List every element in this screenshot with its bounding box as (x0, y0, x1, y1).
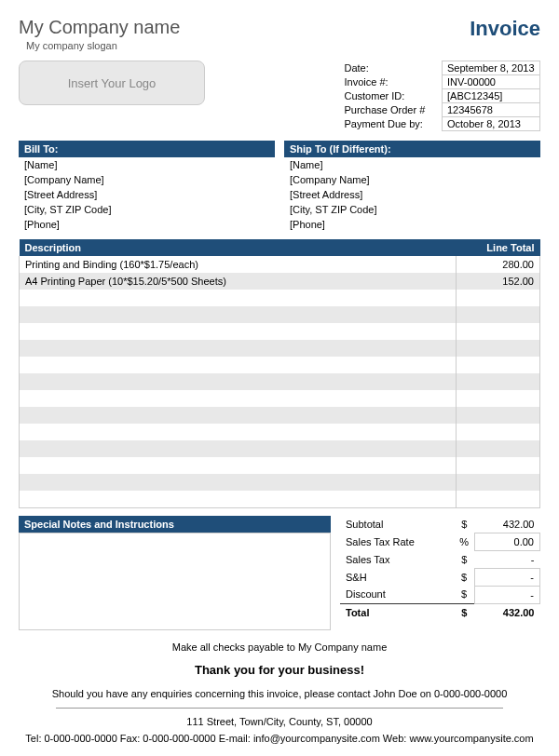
bill-to-name[interactable]: [Name] (19, 157, 275, 172)
discount-val[interactable]: - (475, 586, 540, 603)
invoice-title: Invoice (470, 17, 540, 41)
item-desc[interactable]: A4 Printing Paper (10*$15.20/5*500 Sheet… (20, 273, 457, 290)
meta-date-label: Date: (340, 61, 443, 75)
item-total[interactable] (457, 474, 540, 491)
bill-to-section: Bill To: [Name] [Company Name] [Street A… (19, 141, 275, 232)
item-desc[interactable] (20, 290, 457, 306)
meta-date-value[interactable]: September 8, 2013 (443, 61, 540, 75)
item-total[interactable] (457, 323, 540, 340)
ship-to-street[interactable]: [Street Address] (284, 187, 540, 202)
meta-due-value[interactable]: October 8, 2013 (443, 117, 540, 131)
invoice-meta: Date:September 8, 2013 Invoice #:INV-000… (340, 61, 541, 131)
logo-placeholder[interactable]: Insert Your Logo (19, 61, 205, 105)
item-total[interactable]: 280.00 (457, 256, 540, 273)
taxrate-val[interactable]: 0.00 (475, 533, 540, 550)
bill-to-street[interactable]: [Street Address] (19, 187, 275, 202)
notes-box[interactable] (19, 533, 331, 630)
sh-val[interactable]: - (475, 568, 540, 586)
tax-label: Sales Tax (340, 550, 454, 568)
item-desc[interactable] (20, 457, 457, 474)
ship-to-company[interactable]: [Company Name] (284, 172, 540, 187)
discount-label: Discount (340, 586, 454, 603)
meta-customer-value[interactable]: [ABC12345] (443, 89, 540, 103)
item-desc[interactable] (20, 390, 457, 407)
item-total[interactable] (457, 424, 540, 440)
taxrate-label: Sales Tax Rate (340, 533, 454, 550)
sh-label: S&H (340, 568, 454, 586)
bill-to-header: Bill To: (19, 141, 275, 157)
item-desc[interactable] (20, 491, 457, 507)
company-name: My Company name (19, 17, 180, 38)
ship-to-header: Ship To (If Different): (284, 141, 540, 157)
item-desc[interactable] (20, 474, 457, 491)
item-total[interactable] (457, 290, 540, 306)
bill-to-citystate[interactable]: [City, ST ZIP Code] (19, 202, 275, 217)
bill-to-phone[interactable]: [Phone] (19, 217, 275, 232)
item-desc[interactable] (20, 306, 457, 323)
item-desc[interactable] (20, 440, 457, 457)
col-line-total: Line Total (457, 239, 540, 256)
ship-to-section: Ship To (If Different): [Name] [Company … (284, 141, 540, 232)
item-total[interactable] (457, 306, 540, 323)
item-total[interactable] (457, 491, 540, 507)
item-total[interactable] (457, 340, 540, 357)
footer-address: 111 Street, Town/City, County, ST, 00000 (19, 714, 540, 731)
ship-to-name[interactable]: [Name] (284, 157, 540, 172)
ship-to-citystate[interactable]: [City, ST ZIP Code] (284, 202, 540, 217)
footer-enquiry: Should you have any enquiries concerning… (19, 686, 540, 703)
footer-contact: Tel: 0-000-000-0000 Fax: 0-000-000-0000 … (19, 731, 540, 748)
bill-to-company[interactable]: [Company Name] (19, 172, 275, 187)
meta-invoice-value[interactable]: INV-00000 (443, 75, 540, 89)
item-total[interactable] (457, 440, 540, 457)
subtotal-sym: $ (454, 516, 474, 533)
item-desc[interactable] (20, 340, 457, 357)
item-total[interactable] (457, 357, 540, 373)
meta-due-label: Payment Due by: (340, 117, 443, 131)
item-desc[interactable] (20, 373, 457, 390)
company-slogan: My company slogan (26, 40, 180, 51)
col-description: Description (20, 239, 457, 256)
item-desc[interactable]: Printing and Binding (160*$1.75/each) (20, 256, 457, 273)
item-total[interactable] (457, 457, 540, 474)
tax-sym: $ (454, 550, 474, 568)
footer-payable: Make all checks payable to My Company na… (19, 640, 540, 656)
tax-val: - (475, 550, 540, 568)
meta-po-value[interactable]: 12345678 (443, 103, 540, 117)
item-desc[interactable] (20, 323, 457, 340)
item-total[interactable]: 152.00 (457, 273, 540, 290)
taxrate-sym: % (454, 533, 474, 550)
sh-sym: $ (454, 568, 474, 586)
notes-header: Special Notes and Instructions (19, 516, 331, 533)
item-desc[interactable] (20, 407, 457, 424)
subtotal-val: 432.00 (475, 516, 540, 533)
total-sym: $ (454, 603, 474, 621)
ship-to-phone[interactable]: [Phone] (284, 217, 540, 232)
discount-sym: $ (454, 586, 474, 603)
item-desc[interactable] (20, 424, 457, 440)
item-total[interactable] (457, 390, 540, 407)
footer-thanks: Thank you for your business! (19, 661, 540, 681)
totals-section: Subtotal$432.00 Sales Tax Rate%0.00 Sale… (340, 516, 540, 630)
meta-po-label: Purchase Order # (340, 103, 443, 117)
total-val: 432.00 (475, 603, 540, 621)
item-desc[interactable] (20, 357, 457, 373)
meta-invoice-label: Invoice #: (340, 75, 443, 89)
line-items-table: Description Line Total Printing and Bind… (19, 239, 540, 508)
item-total[interactable] (457, 407, 540, 424)
total-label: Total (340, 603, 454, 621)
meta-customer-label: Customer ID: (340, 89, 443, 103)
subtotal-label: Subtotal (340, 516, 454, 533)
item-total[interactable] (457, 373, 540, 390)
